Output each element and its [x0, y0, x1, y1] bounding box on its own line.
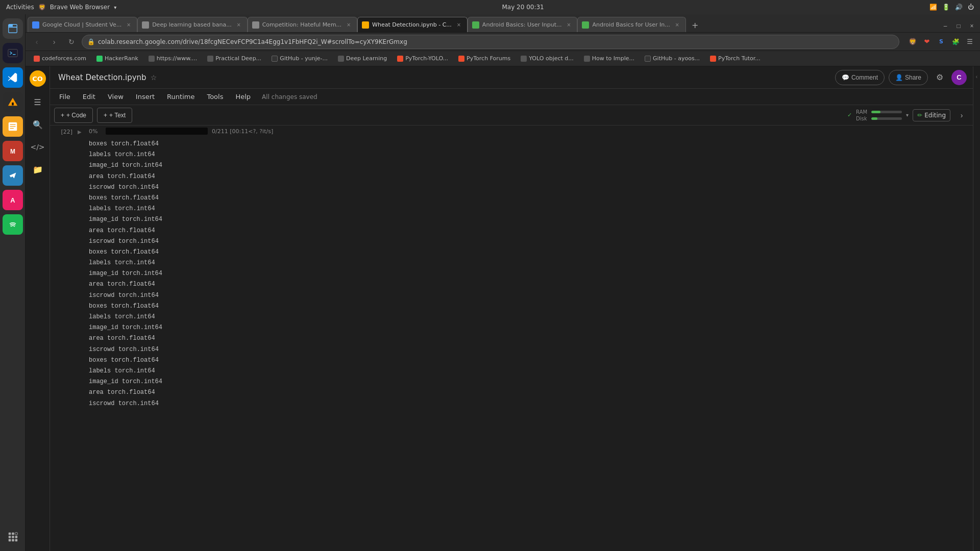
network-icon: 📶: [929, 4, 937, 11]
activities-label[interactable]: Activities: [6, 4, 34, 11]
bookmark-how-to[interactable]: How to Imple...: [580, 53, 639, 65]
colab-sidebar-toc-icon[interactable]: ☰: [29, 93, 47, 111]
add-code-button[interactable]: + + Code: [54, 108, 93, 123]
brave-shield-nav-icon[interactable]: 🦁: [906, 36, 919, 48]
ram-label: RAM: [856, 109, 869, 115]
new-tab-button[interactable]: +: [688, 18, 702, 32]
cell-number-22: [22]: [54, 127, 75, 137]
user-avatar[interactable]: C: [951, 70, 967, 85]
output-line: image_id torch.int64: [89, 160, 969, 171]
menu-insert[interactable]: Insert: [131, 91, 160, 103]
app-grid-icon[interactable]: [3, 527, 23, 547]
power-icon: ⏻: [968, 4, 974, 11]
svg-rect-23: [8, 539, 11, 542]
sticky-notes-icon[interactable]: [3, 116, 23, 137]
tab-title-2: Deep learning based bana...: [152, 21, 231, 28]
bookmark-pytorch-yolo[interactable]: PyTorch-YOLO...: [393, 53, 452, 65]
editing-indicator[interactable]: ✏ Editing: [913, 109, 950, 121]
bookmark-3[interactable]: https://www....: [144, 53, 201, 65]
notebook-content[interactable]: [22] ▶ 0% 0/211 [00:11<?, ?it/s]: [50, 126, 973, 551]
tab-deep-learning[interactable]: Deep learning based bana... ×: [137, 17, 247, 32]
account-icon[interactable]: S: [935, 36, 947, 48]
maximize-button[interactable]: □: [952, 20, 965, 32]
lock-icon: 🔒: [87, 38, 95, 45]
tab-close-5[interactable]: ×: [565, 21, 573, 29]
bookmark-hackerrank[interactable]: HackerRank: [92, 53, 142, 65]
share-button[interactable]: 👤 Share: [889, 70, 928, 85]
bookmark-yolo[interactable]: YOLO object d...: [517, 53, 578, 65]
share-icon: 👤: [895, 74, 903, 81]
output-line: iscrowd torch.int64: [89, 182, 969, 193]
tab-title-6: Android Basics for User In...: [592, 21, 670, 28]
menu-view[interactable]: View: [103, 91, 129, 103]
ram-disk-indicator[interactable]: ✓ RAM Disk: [847, 109, 909, 121]
add-text-button[interactable]: + + Text: [97, 108, 132, 123]
menu-help[interactable]: Help: [230, 91, 256, 103]
sound-icon: 🔊: [955, 4, 963, 11]
spotify-app-icon[interactable]: [3, 214, 23, 235]
menu-edit[interactable]: Edit: [78, 91, 101, 103]
tab-android-1[interactable]: Android Basics: User Input... ×: [468, 17, 578, 32]
appstore-app-icon[interactable]: A: [3, 190, 23, 210]
tab-competition[interactable]: Competition: Hateful Mem... ×: [248, 17, 357, 32]
output-line: image_id torch.int64: [89, 322, 969, 333]
collapse-panel-button[interactable]: ›: [954, 108, 969, 122]
star-icon[interactable]: ☆: [151, 73, 157, 82]
tab-google-cloud[interactable]: Google Cloud | Student Ve... ×: [28, 17, 137, 32]
output-line: boxes torch.float64: [89, 355, 969, 366]
settings-button[interactable]: ⚙: [932, 70, 947, 85]
mendeley-app-icon[interactable]: M: [3, 141, 23, 161]
datetime-label: May 20 00:31: [502, 4, 544, 11]
nav-icons: 🦁 ❤ S 🧩 ☰: [906, 36, 976, 48]
comment-button[interactable]: 💬 File Comment: [835, 70, 885, 85]
tab-android-2[interactable]: Android Basics for User In... ×: [577, 17, 685, 32]
tab-title-1: Google Cloud | Student Ve...: [42, 21, 121, 28]
tab-close-2[interactable]: ×: [235, 21, 243, 29]
tab-title-4: Wheat Detection.ipynb - C...: [372, 21, 452, 28]
hamburger-menu-icon[interactable]: ☰: [964, 36, 976, 48]
colab-sidebar-search-icon[interactable]: 🔍: [29, 115, 47, 134]
svg-rect-22: [15, 536, 17, 538]
colab-sidebar-files-icon[interactable]: 📁: [29, 160, 47, 179]
output-line: boxes torch.float64: [89, 139, 969, 149]
bookmark-practical-deep[interactable]: Practical Deep...: [203, 53, 265, 65]
chevron-down-icon: ▾: [114, 5, 116, 10]
brave-rewards-icon[interactable]: ❤: [921, 36, 933, 48]
bookmark-github-ayoos[interactable]: GitHub - ayoos...: [641, 53, 704, 65]
tab-close-4[interactable]: ×: [455, 21, 463, 29]
tab-close-3[interactable]: ×: [345, 21, 353, 29]
telegram-app-icon[interactable]: [3, 165, 23, 186]
colab-logo[interactable]: CO: [30, 70, 46, 87]
tab-wheat-detection[interactable]: Wheat Detection.ipynb - C... ×: [357, 17, 468, 32]
address-bar[interactable]: 🔒 colab.research.google.com/drive/18fcgN…: [82, 35, 899, 49]
bookmark-pytorch-forums[interactable]: PyTorch Forums: [454, 53, 514, 65]
vscode-app-icon[interactable]: [3, 67, 23, 88]
ram-bar-fill: [871, 111, 880, 113]
minimize-button[interactable]: –: [939, 20, 951, 32]
menu-runtime[interactable]: Runtime: [162, 91, 200, 103]
bookmark-pytorch-tutor[interactable]: PyTorch Tutor...: [706, 53, 765, 65]
menu-file[interactable]: File: [54, 91, 76, 103]
disk-bar-fill: [871, 117, 877, 120]
tab-close-1[interactable]: ×: [125, 21, 133, 29]
bookmark-codeforces[interactable]: codeforces.com: [30, 53, 90, 65]
close-button[interactable]: ×: [966, 20, 978, 32]
tab-close-6[interactable]: ×: [673, 21, 681, 29]
nav-bar: ‹ › ↻ 🔒 colab.research.google.com/drive/…: [26, 33, 980, 51]
colab-sidebar-code-icon[interactable]: </>: [29, 138, 47, 156]
right-panel-toggle-button[interactable]: ‹: [973, 66, 981, 87]
back-button[interactable]: ‹: [30, 35, 44, 49]
bookmark-deep-learning[interactable]: Deep Learning: [334, 53, 391, 65]
extension-icon[interactable]: 🧩: [949, 36, 962, 48]
terminal-app-icon[interactable]: [3, 43, 23, 63]
bookmark-github-yun[interactable]: GitHub - yunje-...: [267, 53, 332, 65]
files-app-icon[interactable]: [3, 18, 23, 39]
cell-controls-22: ▶: [75, 126, 85, 136]
svg-rect-25: [15, 539, 17, 542]
menu-tools[interactable]: Tools: [202, 91, 228, 103]
cell-22-output: 0% 0/211 [00:11<?, ?it/s] boxes torch.fl…: [85, 126, 973, 411]
reload-button[interactable]: ↻: [64, 35, 79, 49]
forward-button[interactable]: ›: [47, 35, 61, 49]
cell-expand-button[interactable]: ▶: [76, 128, 84, 136]
vlc-app-icon[interactable]: [3, 92, 23, 112]
